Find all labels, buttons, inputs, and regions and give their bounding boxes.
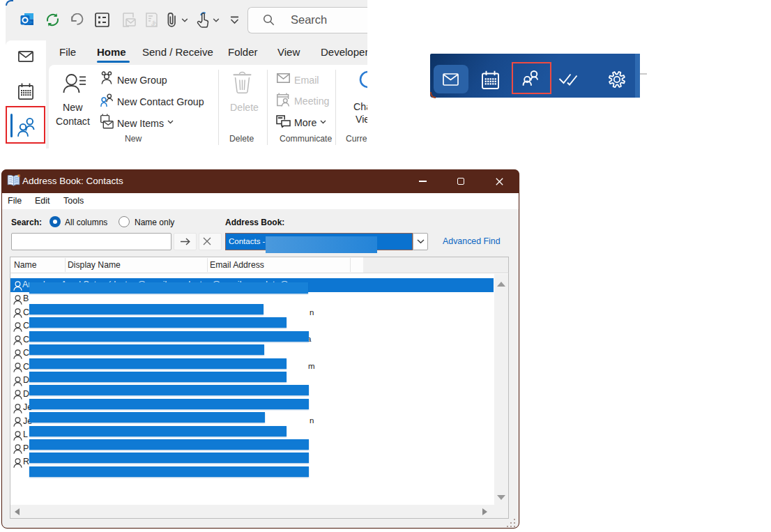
svg-text:あ: あ — [151, 20, 158, 26]
